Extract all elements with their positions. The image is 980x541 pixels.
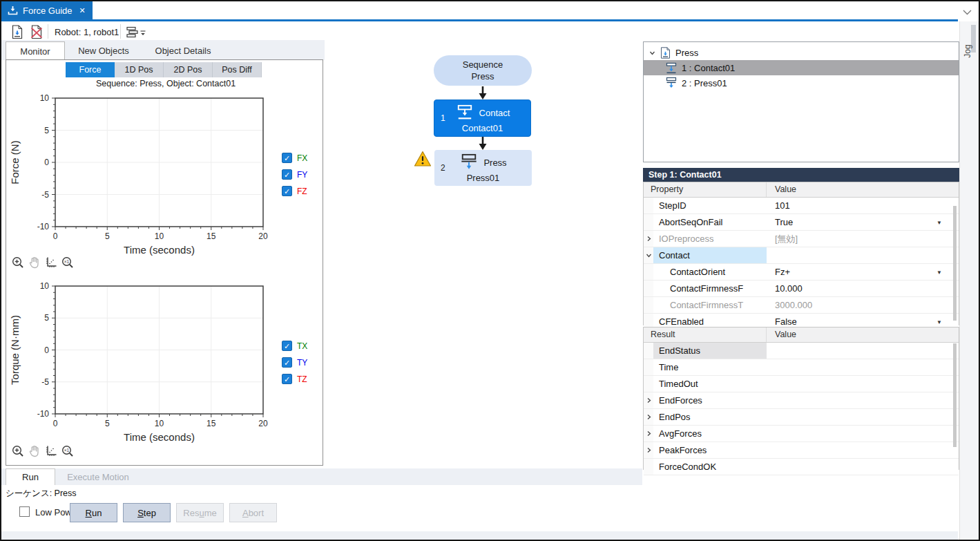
toolbar-overflow-icon[interactable] bbox=[140, 28, 146, 40]
flow-step-contact[interactable]: 1 Contact Contact01 bbox=[434, 99, 531, 137]
property-row-contactfirmnessf[interactable]: ContactFirmnessF10.000 bbox=[644, 281, 959, 297]
tab-new-objects[interactable]: New Objects bbox=[66, 41, 141, 60]
property-grid-scrollbar[interactable] bbox=[953, 206, 957, 321]
tree-item-1contact01[interactable]: 1 : Contact01 bbox=[644, 60, 959, 75]
zoom-reset-icon[interactable]: ×1 bbox=[61, 444, 75, 458]
run-button[interactable]: Run bbox=[70, 503, 117, 522]
tree-root-press[interactable]: Press bbox=[644, 45, 959, 60]
property-row-stepid[interactable]: StepID101 bbox=[644, 198, 959, 214]
cell-name: AbortSeqOnFail bbox=[653, 214, 767, 230]
series-toggle-ty[interactable]: ✓TY bbox=[282, 357, 307, 368]
toolbar-separator bbox=[120, 24, 121, 39]
flow-step-press[interactable]: 2 Press Press01 bbox=[434, 150, 532, 186]
tab-force-guide[interactable]: Force Guide ✕ bbox=[1, 1, 93, 19]
series-toggle-fy[interactable]: ✓FY bbox=[282, 169, 307, 180]
pan-hand-icon[interactable] bbox=[28, 256, 41, 269]
checkbox-checked-icon[interactable]: ✓ bbox=[282, 153, 292, 163]
series-toggle-fx[interactable]: ✓FX bbox=[282, 153, 307, 163]
cell-value[interactable]: True▼ bbox=[767, 214, 959, 230]
cell-value[interactable] bbox=[767, 247, 959, 263]
cell-value[interactable]: 3000.000 bbox=[767, 297, 959, 313]
torque-chart[interactable]: 05101520-10-50510Time (seconds)Torque (N… bbox=[6, 278, 318, 445]
cell-value[interactable]: Fz+▼ bbox=[767, 264, 959, 280]
cell-value[interactable] bbox=[767, 459, 959, 475]
svg-text:0: 0 bbox=[53, 419, 58, 428]
tab-object-details[interactable]: Object Details bbox=[142, 41, 224, 60]
cell-value[interactable] bbox=[767, 343, 959, 359]
row-expander-icon[interactable] bbox=[644, 231, 653, 247]
result-grid: Result Value EndStatusTimeTimedOutEndFor… bbox=[643, 327, 959, 470]
subtab-1d-pos[interactable]: 1D Pos bbox=[115, 62, 164, 77]
series-toggle-tx[interactable]: ✓TX bbox=[282, 341, 307, 351]
row-expander-icon[interactable] bbox=[644, 392, 653, 408]
result-row-endpos[interactable]: EndPos bbox=[644, 409, 959, 426]
tab-monitor[interactable]: Monitor bbox=[6, 41, 65, 60]
result-grid-scrollbar[interactable] bbox=[953, 343, 957, 447]
dropdown-arrow-icon[interactable]: ▼ bbox=[936, 219, 942, 225]
window-layout-icon[interactable] bbox=[124, 24, 140, 39]
result-row-avgforces[interactable]: AvgForces bbox=[644, 426, 959, 442]
cell-value[interactable]: 101 bbox=[767, 198, 959, 213]
checkbox-checked-icon[interactable]: ✓ bbox=[282, 357, 292, 368]
pan-hand-icon[interactable] bbox=[28, 444, 41, 458]
chart-plot-area: 05101520-10-50510Time (seconds)Torque (N… bbox=[6, 278, 318, 445]
svg-text:-10: -10 bbox=[37, 222, 50, 231]
result-row-forcecondok[interactable]: ForceCondOK bbox=[644, 459, 959, 475]
tree-item-2press01[interactable]: 2 : Press01 bbox=[644, 75, 959, 91]
close-icon[interactable]: ✕ bbox=[79, 6, 86, 15]
property-row-abortseqonfail[interactable]: AbortSeqOnFailTrue▼ bbox=[644, 214, 959, 231]
property-row-contact[interactable]: Contact bbox=[644, 247, 959, 264]
property-row-contactorient[interactable]: ContactOrientFz+▼ bbox=[644, 264, 959, 281]
dropdown-arrow-icon[interactable]: ▼ bbox=[936, 269, 942, 275]
sequence-start-node[interactable]: Sequence Press bbox=[434, 55, 532, 86]
zoom-in-icon[interactable] bbox=[11, 444, 25, 458]
cell-value[interactable] bbox=[767, 409, 959, 425]
checkbox-checked-icon[interactable]: ✓ bbox=[282, 374, 292, 384]
resume-button[interactable]: Resume bbox=[176, 503, 224, 522]
subtab-2d-pos[interactable]: 2D Pos bbox=[164, 62, 213, 77]
result-row-peakforces[interactable]: PeakForces bbox=[644, 442, 959, 459]
force-chart[interactable]: 05101520-10-50510Time (seconds)Force (N) bbox=[6, 90, 318, 257]
column-value: Value bbox=[767, 328, 959, 342]
series-toggle-tz[interactable]: ✓TZ bbox=[282, 374, 307, 384]
step-button[interactable]: Step bbox=[123, 503, 171, 522]
axis-scale-icon[interactable] bbox=[44, 444, 58, 458]
row-expander-icon[interactable] bbox=[644, 247, 653, 263]
result-row-time[interactable]: Time bbox=[644, 359, 959, 376]
result-row-endforces[interactable]: EndForces bbox=[644, 392, 959, 409]
tab-execute-motion[interactable]: Execute Motion bbox=[57, 468, 140, 485]
subtab-pos-diff[interactable]: Pos Diff bbox=[213, 62, 262, 77]
cell-value[interactable] bbox=[767, 376, 959, 392]
cell-value[interactable]: [無効] bbox=[767, 231, 959, 247]
checkbox-checked-icon[interactable]: ✓ bbox=[282, 186, 292, 196]
low-power-checkbox[interactable] bbox=[19, 506, 30, 517]
clear-data-icon[interactable] bbox=[29, 24, 44, 39]
tab-jog[interactable]: Jog bbox=[963, 37, 972, 65]
result-row-timedout[interactable]: TimedOut bbox=[644, 376, 959, 392]
checkbox-checked-icon[interactable]: ✓ bbox=[282, 341, 292, 351]
cell-name: ContactFirmnessF bbox=[653, 281, 767, 296]
cell-value[interactable] bbox=[767, 359, 959, 375]
axis-scale-icon[interactable] bbox=[44, 256, 58, 269]
subtab-force[interactable]: Force bbox=[66, 62, 115, 77]
load-data-icon[interactable] bbox=[10, 24, 25, 39]
cell-value[interactable] bbox=[767, 442, 959, 458]
cell-value[interactable] bbox=[767, 392, 959, 408]
property-row-contactfirmnesst[interactable]: ContactFirmnessT3000.000 bbox=[644, 297, 959, 314]
result-row-endstatus[interactable]: EndStatus bbox=[644, 343, 959, 359]
abort-button[interactable]: Abort bbox=[229, 503, 277, 522]
property-row-iopreprocess[interactable]: IOPreprocess[無効] bbox=[644, 231, 959, 247]
dropdown-arrow-icon[interactable]: ▼ bbox=[936, 319, 942, 325]
series-toggle-fz[interactable]: ✓FZ bbox=[282, 186, 307, 196]
checkbox-checked-icon[interactable]: ✓ bbox=[282, 169, 292, 180]
row-expander-icon[interactable] bbox=[644, 426, 653, 442]
cell-value[interactable]: 10.000 bbox=[767, 281, 959, 296]
tab-run[interactable]: Run bbox=[6, 468, 55, 485]
zoom-reset-icon[interactable]: ×1 bbox=[61, 256, 75, 269]
chevron-down-icon[interactable] bbox=[963, 6, 972, 18]
zoom-in-icon[interactable] bbox=[11, 256, 25, 269]
cell-value[interactable] bbox=[767, 426, 959, 442]
row-expander-icon[interactable] bbox=[644, 409, 653, 425]
row-expander-icon[interactable] bbox=[644, 442, 653, 458]
tree-expander-icon[interactable] bbox=[649, 50, 655, 56]
